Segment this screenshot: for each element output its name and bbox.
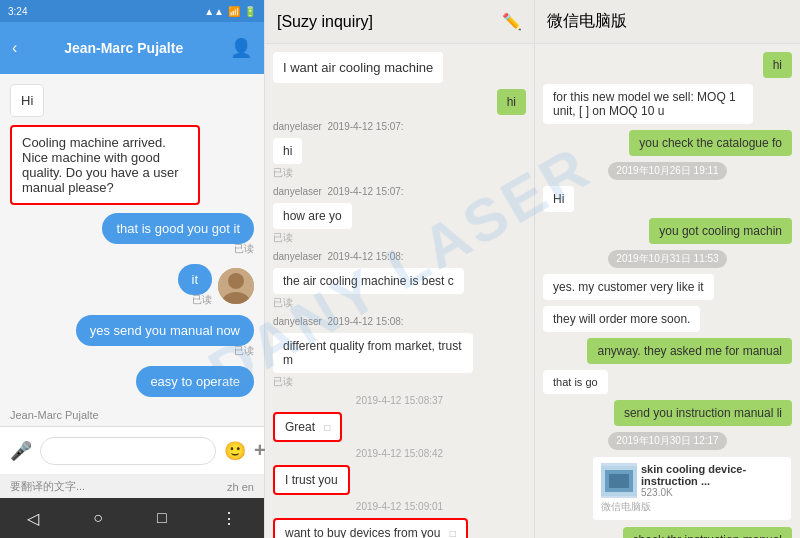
read-label: 已读 xyxy=(234,242,254,256)
message-text: want to buy devices from you xyxy=(285,526,440,538)
message-bubble-left: how are yo xyxy=(273,203,352,229)
status-icons: ▲▲ 📶 🔋 xyxy=(204,6,256,17)
sender-info: danyelaser 2019-4-12 15:07: xyxy=(273,186,404,197)
date-badge: 2019年10月26日 19:11 xyxy=(608,162,726,180)
message-text: Hi xyxy=(21,93,33,108)
message-bubble-right: hi xyxy=(763,52,792,78)
message-bubble-left: hi xyxy=(273,138,302,164)
product-card: skin cooling device-instruction ... 523.… xyxy=(592,456,792,521)
message-bubble-easy: easy to operate xyxy=(136,366,254,397)
message-text: you got cooling machin xyxy=(659,224,782,238)
svg-rect-5 xyxy=(609,474,629,488)
right-header-title: 微信电脑版 xyxy=(547,11,627,32)
left-header-title: Jean-Marc Pujalte xyxy=(17,40,230,56)
timestamp: 2019-4-12 15:09:01 xyxy=(356,501,443,512)
translate-bar: 要翻译的文字... zh en xyxy=(0,474,264,498)
translate-lang[interactable]: zh en xyxy=(227,481,254,493)
emoji-icon[interactable]: 🙂 xyxy=(224,440,246,462)
product-thumbnail xyxy=(601,463,637,498)
message-text: yes send you manual now xyxy=(90,323,240,338)
status-time: 3:24 xyxy=(8,6,27,17)
product-size: 523.0K xyxy=(641,487,783,498)
read-label: 已读 xyxy=(273,166,293,180)
message-bubble-out: that is good you got it xyxy=(102,213,254,244)
read-label: 已读 xyxy=(273,375,293,389)
menu-nav-icon[interactable]: ⋮ xyxy=(221,509,237,528)
message-great: Great □ xyxy=(273,412,342,442)
product-source: 微信电脑版 xyxy=(601,500,783,514)
right-header: 微信电脑版 xyxy=(535,0,800,44)
message-bubble-manual: yes send you manual now xyxy=(76,315,254,346)
message-text: send you instruction manual li xyxy=(624,406,782,420)
signal-icon: ▲▲ xyxy=(204,6,224,17)
battery-icon: 🔋 xyxy=(244,6,256,17)
message-bubble-out: it xyxy=(178,264,213,295)
message-text: they will order more soon. xyxy=(553,312,690,326)
message-bubble-left: Hi xyxy=(543,186,574,212)
message-text: Cooling machine arrived.Nice machine wit… xyxy=(22,135,179,195)
date-badge: 2019年10月31日 11:53 xyxy=(608,250,726,268)
message-text: Hi xyxy=(553,192,564,206)
message-bubble-right: anyway. they asked me for manual xyxy=(587,338,792,364)
message-bubble-left: different quality from market, trust m xyxy=(273,333,473,373)
message-buy: want to buy devices from you □ xyxy=(273,518,468,538)
message-bubble-right: you got cooling machin xyxy=(649,218,792,244)
edit-icon[interactable]: ✏️ xyxy=(502,12,522,31)
message-text: I want air cooling machine xyxy=(283,60,433,75)
date-text: 2019年10月26日 19:11 xyxy=(616,165,718,176)
message-bubble-left: they will order more soon. xyxy=(543,306,700,332)
message-text: how are yo xyxy=(283,209,342,223)
avatar-message-row: it 已读 xyxy=(178,264,255,307)
status-bar: 3:24 ▲▲ 📶 🔋 xyxy=(0,0,264,22)
read-label: 已读 xyxy=(273,231,293,245)
timestamp: 2019-4-12 15:08:37 xyxy=(356,395,443,406)
message-text: I trust you xyxy=(285,473,338,487)
middle-header-title: [Suzy inquiry] xyxy=(277,13,373,31)
home-nav-icon[interactable]: ○ xyxy=(93,509,103,527)
read-icon: □ xyxy=(324,422,330,433)
message-text: the air cooling machine is best c xyxy=(283,274,454,288)
message-bubble: Hi xyxy=(10,84,44,117)
date-text: 2019年10月30日 12:17 xyxy=(616,435,718,446)
message-text: anyway. they asked me for manual xyxy=(597,344,782,358)
right-chat-panel: 微信电脑版 hi for this new model we sell: MOQ… xyxy=(535,0,800,538)
message-text: for this new model we sell: MOQ 1 unit, … xyxy=(553,90,736,118)
send-icon: □ xyxy=(450,528,456,538)
mic-icon[interactable]: 🎤 xyxy=(10,440,32,462)
sender-info: danyelaser 2019-4-12 15:08: xyxy=(273,251,404,262)
read-label: 已读 xyxy=(273,296,293,310)
add-icon[interactable]: + xyxy=(254,439,266,462)
message-input[interactable] xyxy=(40,437,216,465)
left-chat-panel: 3:24 ▲▲ 📶 🔋 ‹ Jean-Marc Pujalte 👤 Hi Coo… xyxy=(0,0,265,538)
left-input-area: 🎤 🙂 + xyxy=(0,426,264,474)
middle-chat-panel: [Suzy inquiry] ✏️ I want air cooling mac… xyxy=(265,0,535,538)
message-bubble-right: you check the catalogue fo xyxy=(629,130,792,156)
left-chat-area: Hi Cooling machine arrived.Nice machine … xyxy=(0,74,264,426)
avatar xyxy=(218,268,254,304)
timestamp: 2019-4-12 15:08:42 xyxy=(356,448,443,459)
first-message: I want air cooling machine xyxy=(273,52,443,83)
message-text: Great xyxy=(285,420,315,434)
product-title: skin cooling device-instruction ... xyxy=(641,463,783,487)
message-bubble-left: for this new model we sell: MOQ 1 unit, … xyxy=(543,84,753,124)
message-bubble-left: the air cooling machine is best c xyxy=(273,268,464,294)
right-chat-area: hi for this new model we sell: MOQ 1 uni… xyxy=(535,44,800,538)
recent-nav-icon[interactable]: □ xyxy=(157,509,167,527)
message-bubble-left: yes. my customer very like it xyxy=(543,274,714,300)
message-bubble-right: hi xyxy=(497,89,526,115)
translate-placeholder: 要翻译的文字... xyxy=(10,479,85,494)
message-bubble-left: that is go xyxy=(543,370,608,394)
message-text: easy to operate xyxy=(150,374,240,389)
message-text: check thr instruction manual xyxy=(633,533,782,538)
contact-bottom-label: Jean-Marc Pujalte xyxy=(10,409,99,421)
person-icon[interactable]: 👤 xyxy=(230,37,252,59)
message-trust: I trust you xyxy=(273,465,350,495)
wifi-icon: 📶 xyxy=(228,6,240,17)
sender-info: danyelaser 2019-4-12 15:07: xyxy=(273,121,404,132)
message-text: different quality from market, trust m xyxy=(283,339,462,367)
message-text: that is good you got it xyxy=(116,221,240,236)
message-text: yes. my customer very like it xyxy=(553,280,704,294)
svg-point-1 xyxy=(228,273,244,289)
bottom-navigation: ◁ ○ □ ⋮ xyxy=(0,498,264,538)
back-nav-icon[interactable]: ◁ xyxy=(27,509,39,528)
